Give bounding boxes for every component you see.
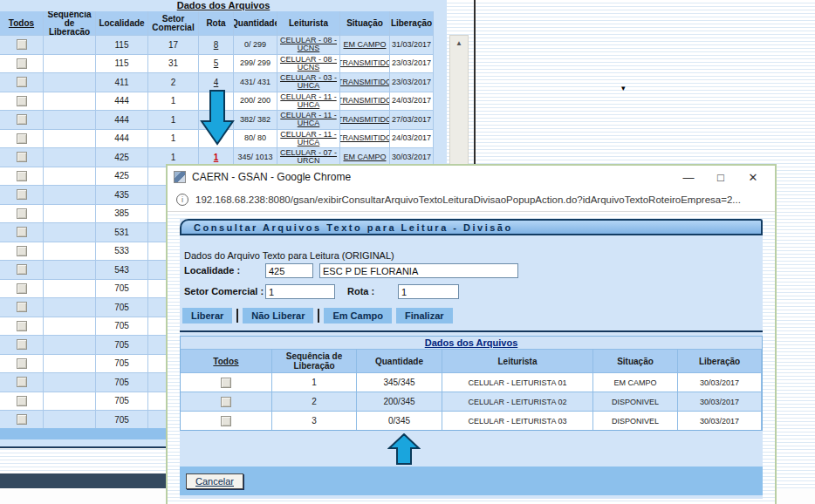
action-button-em-campo[interactable]: Em Campo [324,308,391,324]
cell-leiturista-link[interactable]: CELULAR - 08 - UCNS [277,55,340,73]
cell-leiturista-link[interactable]: CELULAR - 11 - UHCA [277,130,340,148]
screen: Dados dos Arquivos Todos Sequência de Li… [0,0,815,504]
row-checkbox[interactable] [17,208,27,219]
row-checkbox[interactable] [17,189,27,200]
cancel-button[interactable]: Cancelar [186,473,243,489]
row-checkbox[interactable] [17,302,27,312]
row-checkbox[interactable] [17,227,27,237]
cell-todos [0,148,44,167]
popup-col-liberacao: Liberação [678,349,762,372]
row-checkbox[interactable] [17,58,27,69]
row-checkbox[interactable] [17,358,27,369]
localidade-name-input[interactable] [319,263,518,278]
cell-todos [181,372,272,392]
cell-todos [0,205,44,223]
row-checkbox[interactable] [17,339,27,350]
cell-sequencia [44,130,96,148]
minimize-button[interactable]: — [675,171,702,184]
cell-sequencia [44,205,96,223]
row-checkbox[interactable] [17,133,27,144]
cell-todos [0,298,44,317]
action-button-row: LiberarNão LiberarEm CampoFinalizar [182,308,453,324]
rota-input[interactable] [398,284,459,299]
row-checkbox[interactable] [17,283,27,294]
popup-urlbar[interactable]: i 192.168.68.238:8080/gsan/exibirConsult… [168,188,775,212]
popup-col-sequencia: Sequência de Liberação [272,349,357,372]
maximize-button[interactable]: □ [708,171,734,184]
row-checkbox[interactable] [221,378,231,388]
cell-liberacao: 30/03/2017 [678,411,762,430]
row-checkbox[interactable] [17,114,27,125]
cell-sequencia [44,392,96,411]
row-checkbox[interactable] [17,77,27,87]
cell-localidade: 115 [96,36,148,54]
cell-situacao-link[interactable]: TRANSMITIDO [340,73,390,92]
cell-situacao: EM CAMPO [593,372,678,392]
close-button[interactable]: ✕ [740,171,766,184]
cell-localidade: 705 [96,336,148,354]
row-checkbox[interactable] [17,396,27,406]
up-arrow-annotation-icon [387,433,421,468]
row-checkbox[interactable] [17,321,27,331]
cell-localidade: 425 [96,148,148,167]
cell-localidade: 705 [96,298,148,317]
cell-localidade: 705 [96,317,148,336]
cell-todos [0,317,44,336]
popup-titlebar[interactable]: CAERN - GSAN - Google Chrome — □ ✕ [168,166,775,188]
row-checkbox[interactable] [17,152,27,162]
cell-leiturista-link[interactable]: CELULAR - 11 - UHCA [277,92,340,111]
cell-liberacao: 24/03/2017 [390,130,434,148]
cell-leiturista-link[interactable]: CELULAR - 03 - UHCA [277,73,340,92]
cell-quantidade: 382/ 382 [234,111,277,129]
localidade-label: Localidade : [184,265,240,276]
cell-quantidade: 80/ 80 [234,130,277,148]
popup-col-situacao: Situação [593,349,678,372]
cell-sequencia [44,317,96,336]
localidade-code-input[interactable] [265,263,313,278]
cell-situacao-link[interactable]: TRANSMITIDO [340,55,390,73]
cell-sequencia [44,411,96,429]
cell-quantidade: 431/ 431 [234,73,277,92]
action-button-liberar[interactable]: Liberar [182,308,232,324]
cell-situacao-link[interactable]: TRANSMITIDO [340,92,390,111]
row-checkbox[interactable] [17,377,27,387]
setor-comercial-input[interactable] [265,284,335,299]
row-checkbox[interactable] [17,96,27,106]
cell-rota-link[interactable]: 4 [199,73,234,92]
cell-liberacao: 24/03/2017 [390,92,434,111]
action-button-não-liberar[interactable]: Não Liberar [243,308,313,324]
col-todos[interactable]: Todos [0,11,44,35]
cell-todos [0,223,44,242]
cell-situacao-link[interactable]: TRANSMITIDO [340,130,390,148]
cell-situacao-link[interactable]: TRANSMITIDO [340,111,390,129]
cell-leiturista-link[interactable]: CELULAR - 08 - UCNS [277,36,340,54]
popup-col-quantidade: Quantidade [357,349,442,372]
cell-localidade: 115 [96,55,148,73]
row-checkbox[interactable] [221,416,231,426]
action-button-finalizar[interactable]: Finalizar [396,308,453,324]
cell-situacao-link[interactable]: EM CAMPO [340,36,390,54]
col-localidade: Localidade [96,11,148,35]
row-checkbox[interactable] [17,414,27,425]
cell-leiturista-link[interactable]: CELULAR - 11 - UHCA [277,111,340,129]
row-checkbox[interactable] [17,246,27,256]
cell-liberacao: 30/03/2017 [678,372,762,392]
info-icon[interactable]: i [176,194,188,206]
cell-rota-link[interactable]: 5 [199,55,234,73]
row-checkbox[interactable] [221,397,231,407]
row-checkbox[interactable] [17,264,27,275]
cell-liberacao: 27/03/2017 [390,111,434,129]
popup-url[interactable]: 192.168.68.238:8080/gsan/exibirConsultar… [195,194,741,205]
scrollbar-up-icon[interactable]: ▲ [450,36,468,47]
cancel-bar: Cancelar [180,467,763,495]
cell-sequencia [44,373,96,392]
table-row: 1151780/ 299CELULAR - 08 - UCNSEM CAMPO3… [0,36,434,55]
row-checkbox[interactable] [17,39,27,50]
row-checkbox[interactable] [17,171,27,181]
popup-table-header: Todos Sequência de Liberação Quantidade … [181,349,762,372]
cell-rota-link[interactable]: 8 [199,36,234,54]
popup-col-leiturista: Leiturista [442,349,593,372]
cell-situacao: DISPONIVEL [593,392,678,411]
popup-col-todos[interactable]: Todos [181,349,272,372]
popup-window-title: CAERN - GSAN - Google Chrome [192,171,669,183]
